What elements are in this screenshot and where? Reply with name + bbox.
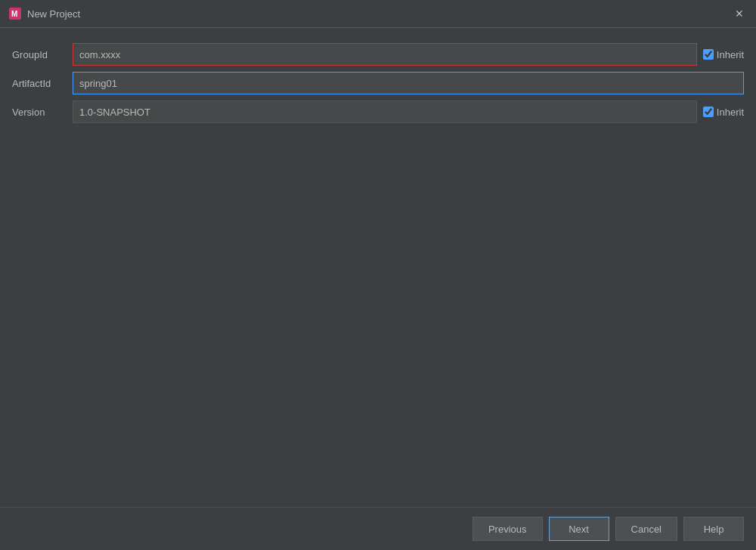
groupid-row: GroupId Inherit xyxy=(12,43,744,66)
new-project-dialog: M New Project ✕ GroupId Inherit Arti xyxy=(0,0,756,550)
groupid-input-wrapper: Inherit xyxy=(73,43,744,66)
version-input[interactable] xyxy=(73,100,697,123)
version-inherit-label: Inherit xyxy=(717,107,744,118)
version-row: Version Inherit xyxy=(12,100,744,123)
groupid-input[interactable] xyxy=(73,43,697,66)
close-button[interactable]: ✕ xyxy=(732,6,747,21)
artifactid-input-wrapper xyxy=(73,72,744,94)
previous-button[interactable]: Previous xyxy=(472,517,543,541)
form-area: GroupId Inherit ArtifactId Version xyxy=(12,43,744,129)
window-title: New Project xyxy=(27,8,732,20)
spacer xyxy=(12,129,744,499)
groupid-inherit-checkbox[interactable] xyxy=(703,49,714,60)
version-inherit-checkbox[interactable] xyxy=(703,107,714,117)
artifactid-row: ArtifactId xyxy=(12,72,744,94)
version-inherit-group: Inherit xyxy=(703,107,744,118)
svg-text:M: M xyxy=(11,10,17,18)
help-button[interactable]: Help xyxy=(683,517,744,541)
title-bar: M New Project ✕ xyxy=(0,0,756,28)
artifactid-input[interactable] xyxy=(73,72,744,94)
version-input-wrapper: Inherit xyxy=(73,100,744,123)
dialog-footer: Previous Next Cancel Help xyxy=(0,507,756,550)
version-label: Version xyxy=(12,107,73,118)
next-button[interactable]: Next xyxy=(549,517,609,541)
groupid-inherit-label: Inherit xyxy=(717,49,744,60)
app-icon: M xyxy=(9,8,21,20)
dialog-content: GroupId Inherit ArtifactId Version xyxy=(0,28,756,507)
artifactid-label: ArtifactId xyxy=(12,78,73,89)
groupid-label: GroupId xyxy=(12,49,73,60)
cancel-button[interactable]: Cancel xyxy=(615,517,677,541)
groupid-inherit-group: Inherit xyxy=(703,49,744,60)
